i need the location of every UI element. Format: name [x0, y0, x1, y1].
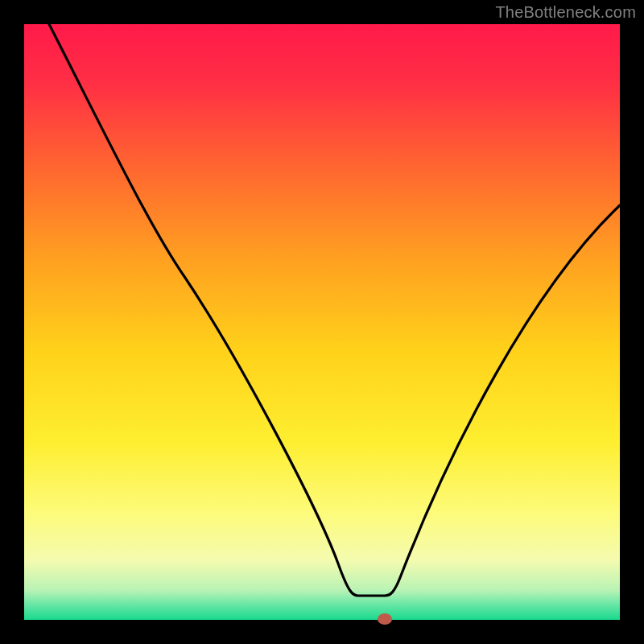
- optimal-point-marker: [378, 613, 392, 625]
- chart-svg: [24, 24, 620, 620]
- chart-frame: TheBottleneck.com: [0, 0, 644, 644]
- gradient-background: [24, 24, 620, 620]
- attribution-text: TheBottleneck.com: [495, 3, 636, 22]
- plot-area: [24, 24, 620, 620]
